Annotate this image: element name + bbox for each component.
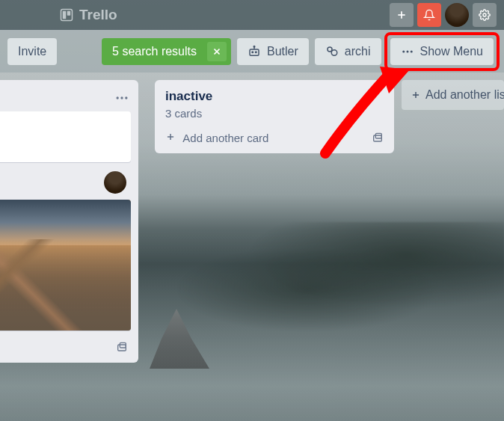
- list-card-count: 3 cards: [162, 105, 387, 127]
- search-results-label: 5 search results: [112, 45, 197, 58]
- gear-icon: [479, 9, 491, 21]
- user-avatar[interactable]: [445, 3, 469, 27]
- svg-point-15: [402, 50, 405, 52]
- global-header: Trello: [0, 0, 504, 30]
- search-results-pill[interactable]: 5 search results: [102, 38, 231, 65]
- butler-label: Butler: [267, 45, 298, 58]
- trello-logo-icon: [60, 8, 73, 22]
- svg-point-9: [252, 52, 253, 53]
- invite-button[interactable]: Invite: [7, 38, 57, 65]
- card-members-row: [0, 168, 131, 200]
- notifications-button[interactable]: [417, 3, 441, 27]
- board-lists: r card inactive 3 cards Add another card: [0, 73, 504, 370]
- card-template-icon[interactable]: [116, 342, 128, 354]
- archi-gear-icon: [325, 45, 339, 58]
- clear-search-button[interactable]: [207, 42, 227, 61]
- list-inactive: inactive 3 cards Add another card: [155, 80, 394, 153]
- show-menu-label: Show Menu: [420, 45, 484, 58]
- svg-rect-8: [250, 49, 259, 55]
- list-partial: r card: [0, 80, 138, 363]
- add-card-label: Add another card: [182, 132, 268, 144]
- more-horizontal-icon: [401, 45, 414, 58]
- plus-icon: [411, 90, 421, 100]
- svg-point-13: [328, 47, 332, 52]
- show-menu-button[interactable]: Show Menu: [390, 38, 494, 65]
- svg-point-10: [256, 52, 257, 53]
- svg-rect-1: [63, 11, 67, 19]
- svg-rect-2: [67, 11, 71, 16]
- svg-point-16: [406, 50, 408, 52]
- archi-button[interactable]: archi: [315, 38, 381, 65]
- svg-point-18: [117, 96, 119, 99]
- butler-button[interactable]: Butler: [237, 38, 309, 65]
- butler-icon: [248, 45, 261, 58]
- plus-icon: [165, 132, 176, 142]
- add-list-button[interactable]: Add another lis: [402, 80, 504, 110]
- list-menu-icon[interactable]: [114, 90, 129, 105]
- svg-point-20: [125, 96, 127, 99]
- settings-button[interactable]: [473, 3, 497, 27]
- card-with-cover[interactable]: [0, 200, 131, 331]
- show-menu-highlight-box: Show Menu: [384, 32, 500, 71]
- svg-point-14: [331, 49, 337, 55]
- board-toolbar: Invite 5 search results Butler archi Sho…: [0, 30, 504, 73]
- svg-point-12: [253, 46, 255, 47]
- close-icon: [212, 46, 222, 57]
- invite-label: Invite: [18, 45, 46, 58]
- create-button[interactable]: [390, 3, 414, 27]
- card[interactable]: [0, 111, 131, 162]
- svg-point-17: [410, 50, 412, 52]
- plus-icon: [396, 9, 408, 21]
- archi-label: archi: [345, 45, 371, 58]
- add-list-label: Add another lis: [425, 88, 504, 102]
- svg-point-5: [483, 13, 486, 16]
- brand-text: Trello: [79, 7, 117, 23]
- brand-logo[interactable]: Trello: [60, 7, 117, 23]
- list-title[interactable]: inactive: [162, 87, 387, 105]
- add-card-button[interactable]: Add another card: [165, 132, 268, 144]
- member-avatar[interactable]: [104, 171, 126, 194]
- svg-point-19: [120, 96, 123, 99]
- card-cover-image: [0, 200, 131, 331]
- card-template-icon[interactable]: [372, 132, 384, 144]
- bell-icon: [423, 9, 435, 21]
